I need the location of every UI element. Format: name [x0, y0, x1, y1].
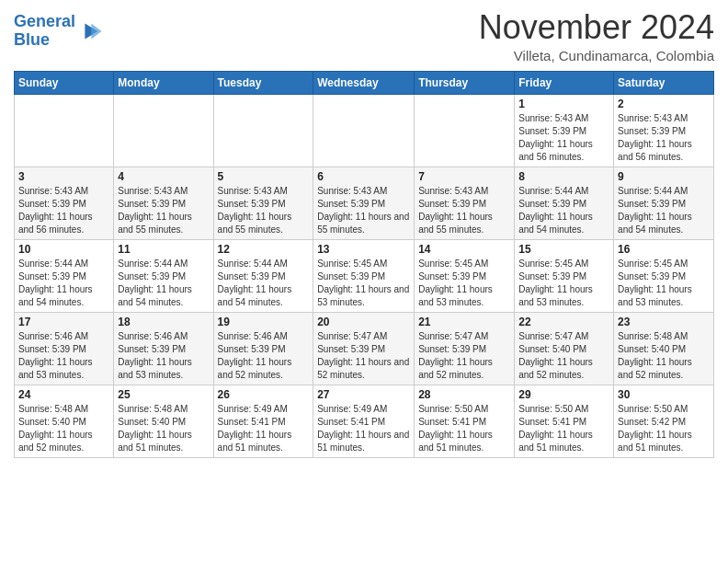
day-info: Sunrise: 5:43 AMSunset: 5:39 PMDaylight:… [418, 185, 510, 236]
daylight-text: Daylight: 11 hours and 53 minutes. [118, 356, 209, 382]
sunrise-text: Sunrise: 5:43 AM [418, 185, 510, 198]
week-row-2: 3Sunrise: 5:43 AMSunset: 5:39 PMDaylight… [15, 167, 714, 239]
sunrise-text: Sunrise: 5:45 AM [317, 258, 410, 270]
calendar-cell-w4-d0: 17Sunrise: 5:46 AMSunset: 5:39 PMDayligh… [15, 312, 114, 385]
title-block: November 2024 Villeta, Cundinamarca, Col… [479, 9, 714, 63]
daylight-text: Daylight: 11 hours and 54 minutes. [618, 211, 710, 236]
day-info: Sunrise: 5:45 AMSunset: 5:39 PMDaylight:… [618, 258, 710, 309]
day-number: 5 [218, 170, 310, 183]
day-number: 3 [18, 170, 109, 183]
sunrise-text: Sunrise: 5:47 AM [518, 330, 609, 343]
day-info: Sunrise: 5:43 AMSunset: 5:39 PMDaylight:… [18, 185, 109, 236]
calendar-cell-w3-d0: 10Sunrise: 5:44 AMSunset: 5:39 PMDayligh… [15, 239, 114, 312]
day-number: 21 [418, 316, 510, 328]
calendar-cell-w2-d1: 4Sunrise: 5:43 AMSunset: 5:39 PMDaylight… [114, 167, 213, 239]
day-number: 12 [218, 243, 310, 256]
logo-blue: Blue [14, 30, 50, 49]
col-monday: Monday [114, 71, 213, 94]
sunrise-text: Sunrise: 5:44 AM [18, 258, 109, 270]
sunrise-text: Sunrise: 5:49 AM [218, 403, 310, 416]
calendar-cell-w5-d0: 24Sunrise: 5:48 AMSunset: 5:40 PMDayligh… [15, 385, 114, 457]
day-info: Sunrise: 5:46 AMSunset: 5:39 PMDaylight:… [18, 330, 109, 382]
logo-text: General Blue [14, 13, 75, 50]
day-number: 7 [418, 170, 510, 183]
sunset-text: Sunset: 5:39 PM [18, 270, 109, 283]
day-number: 10 [18, 243, 109, 256]
calendar-cell-w3-d6: 16Sunrise: 5:45 AMSunset: 5:39 PMDayligh… [614, 239, 714, 312]
day-info: Sunrise: 5:49 AMSunset: 5:41 PMDaylight:… [218, 403, 310, 454]
day-info: Sunrise: 5:47 AMSunset: 5:39 PMDaylight:… [418, 330, 510, 382]
sunrise-text: Sunrise: 5:43 AM [317, 185, 410, 198]
sunrise-text: Sunrise: 5:50 AM [418, 403, 510, 416]
sunrise-text: Sunrise: 5:46 AM [218, 330, 310, 343]
sunset-text: Sunset: 5:40 PM [18, 416, 109, 429]
day-info: Sunrise: 5:50 AMSunset: 5:42 PMDaylight:… [618, 403, 710, 454]
day-info: Sunrise: 5:45 AMSunset: 5:39 PMDaylight:… [317, 258, 410, 309]
sunset-text: Sunset: 5:39 PM [218, 198, 310, 211]
sunset-text: Sunset: 5:40 PM [118, 416, 209, 429]
daylight-text: Daylight: 11 hours and 54 minutes. [18, 283, 109, 309]
day-info: Sunrise: 5:46 AMSunset: 5:39 PMDaylight:… [118, 330, 209, 382]
daylight-text: Daylight: 11 hours and 51 minutes. [418, 429, 510, 454]
day-number: 4 [118, 170, 209, 183]
month-title: November 2024 [479, 9, 714, 46]
day-info: Sunrise: 5:44 AMSunset: 5:39 PMDaylight:… [18, 258, 109, 309]
calendar-table: Sunday Monday Tuesday Wednesday Thursday… [14, 71, 714, 458]
sunset-text: Sunset: 5:39 PM [218, 343, 310, 356]
sunset-text: Sunset: 5:39 PM [418, 343, 510, 356]
calendar-header-row: Sunday Monday Tuesday Wednesday Thursday… [15, 71, 714, 94]
calendar-cell-w4-d5: 22Sunrise: 5:47 AMSunset: 5:40 PMDayligh… [515, 312, 614, 385]
day-info: Sunrise: 5:48 AMSunset: 5:40 PMDaylight:… [618, 330, 710, 382]
day-info: Sunrise: 5:50 AMSunset: 5:41 PMDaylight:… [518, 403, 609, 454]
calendar-cell-w3-d2: 12Sunrise: 5:44 AMSunset: 5:39 PMDayligh… [213, 239, 313, 312]
sunrise-text: Sunrise: 5:48 AM [18, 403, 109, 416]
day-info: Sunrise: 5:47 AMSunset: 5:39 PMDaylight:… [317, 330, 410, 382]
sunrise-text: Sunrise: 5:46 AM [18, 330, 109, 343]
sunset-text: Sunset: 5:39 PM [18, 198, 109, 211]
calendar-cell-w3-d5: 15Sunrise: 5:45 AMSunset: 5:39 PMDayligh… [515, 239, 614, 312]
calendar-cell-w5-d3: 27Sunrise: 5:49 AMSunset: 5:41 PMDayligh… [313, 385, 415, 457]
day-number: 11 [118, 243, 209, 256]
calendar-cell-w1-d5: 1Sunrise: 5:43 AMSunset: 5:39 PMDaylight… [515, 94, 614, 167]
sunrise-text: Sunrise: 5:44 AM [118, 258, 209, 270]
sunset-text: Sunset: 5:41 PM [218, 416, 310, 429]
calendar-cell-w2-d6: 9Sunrise: 5:44 AMSunset: 5:39 PMDaylight… [614, 167, 714, 239]
daylight-text: Daylight: 11 hours and 54 minutes. [218, 283, 310, 309]
sunrise-text: Sunrise: 5:47 AM [317, 330, 410, 343]
day-number: 2 [618, 98, 710, 110]
daylight-text: Daylight: 11 hours and 55 minutes. [317, 211, 410, 236]
daylight-text: Daylight: 11 hours and 51 minutes. [317, 429, 410, 454]
sunrise-text: Sunrise: 5:50 AM [518, 403, 609, 416]
sunrise-text: Sunrise: 5:48 AM [118, 403, 209, 416]
sunrise-text: Sunrise: 5:44 AM [518, 185, 609, 198]
daylight-text: Daylight: 11 hours and 52 minutes. [518, 356, 609, 382]
sunset-text: Sunset: 5:39 PM [18, 343, 109, 356]
calendar-cell-w1-d0 [15, 94, 114, 167]
day-number: 26 [218, 388, 310, 401]
calendar-cell-w2-d5: 8Sunrise: 5:44 AMSunset: 5:39 PMDaylight… [515, 167, 614, 239]
daylight-text: Daylight: 11 hours and 51 minutes. [118, 429, 209, 454]
sunset-text: Sunset: 5:41 PM [518, 416, 609, 429]
col-tuesday: Tuesday [213, 71, 313, 94]
day-number: 14 [418, 243, 510, 256]
calendar-cell-w4-d1: 18Sunrise: 5:46 AMSunset: 5:39 PMDayligh… [114, 312, 213, 385]
day-number: 16 [618, 243, 710, 256]
day-info: Sunrise: 5:43 AMSunset: 5:39 PMDaylight:… [618, 112, 710, 164]
daylight-text: Daylight: 11 hours and 52 minutes. [218, 356, 310, 382]
calendar-cell-w5-d4: 28Sunrise: 5:50 AMSunset: 5:41 PMDayligh… [415, 385, 515, 457]
day-number: 17 [18, 316, 109, 328]
sunrise-text: Sunrise: 5:48 AM [618, 330, 710, 343]
daylight-text: Daylight: 11 hours and 53 minutes. [317, 283, 410, 309]
sunset-text: Sunset: 5:39 PM [518, 198, 609, 211]
daylight-text: Daylight: 11 hours and 55 minutes. [218, 211, 310, 236]
sunset-text: Sunset: 5:41 PM [317, 416, 410, 429]
sunrise-text: Sunrise: 5:45 AM [618, 258, 710, 270]
calendar-cell-w3-d4: 14Sunrise: 5:45 AMSunset: 5:39 PMDayligh… [415, 239, 515, 312]
calendar-cell-w1-d6: 2Sunrise: 5:43 AMSunset: 5:39 PMDaylight… [614, 94, 714, 167]
calendar-cell-w2-d0: 3Sunrise: 5:43 AMSunset: 5:39 PMDaylight… [15, 167, 114, 239]
sunrise-text: Sunrise: 5:49 AM [317, 403, 410, 416]
day-info: Sunrise: 5:45 AMSunset: 5:39 PMDaylight:… [418, 258, 510, 309]
calendar-cell-w4-d4: 21Sunrise: 5:47 AMSunset: 5:39 PMDayligh… [415, 312, 515, 385]
day-number: 22 [518, 316, 609, 328]
daylight-text: Daylight: 11 hours and 52 minutes. [18, 429, 109, 454]
